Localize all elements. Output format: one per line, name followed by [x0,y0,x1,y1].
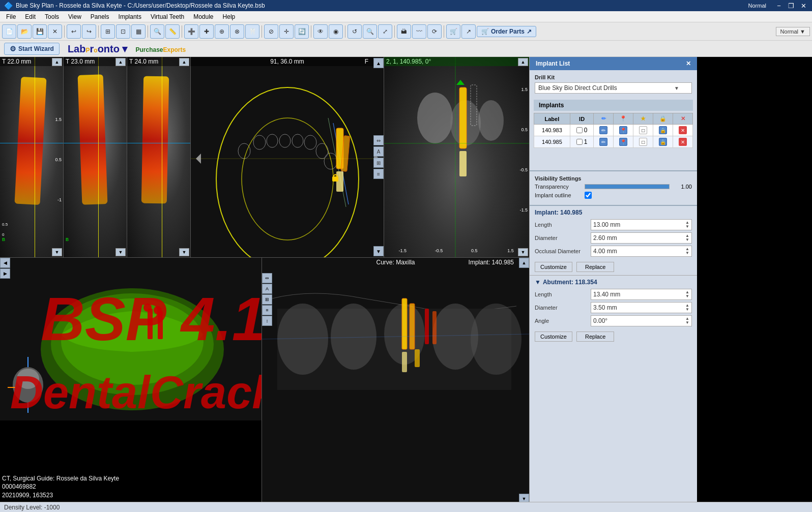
start-wizard-button[interactable]: ⚙ Start Wizard [4,43,60,55]
top-scroll-btn[interactable]: ▲ [373,58,384,68]
toolbar-arrow[interactable]: ↗ [461,24,476,39]
order-parts-button[interactable]: 🛒 Order Parts ↗ [477,26,536,37]
lock-2-btn[interactable]: 🔒 [659,138,667,146]
menu-help[interactable]: Help [219,12,240,21]
drill-kit-dropdown[interactable]: Blue Sky Bio Direct Cut Drills ▼ [535,82,692,94]
menu-tools[interactable]: Tools [41,12,63,21]
toolbar-slice[interactable]: ⊘ [264,24,278,39]
implant-2-edit[interactable]: ✏ [594,136,614,148]
pin-1-btn[interactable]: 📍 [619,126,627,134]
length-down[interactable]: ▼ [685,225,689,229]
toolbar-open[interactable]: 📂 [17,24,32,39]
view3-scroll-up[interactable]: ▲ [179,58,189,66]
implant-2-lock[interactable]: 🔒 [653,136,673,148]
menu-file[interactable]: File [2,12,20,21]
toolbar-layout3[interactable]: ▦ [131,24,146,39]
occlusal-spinners[interactable]: ▲ ▼ [685,247,689,255]
abutment-replace-button[interactable]: Replace [576,332,614,342]
implant-2-star[interactable]: □ [633,136,653,148]
implant-outline-checkbox[interactable] [585,192,592,199]
right-view-scroll-down[interactable]: ▼ [518,248,528,256]
abutment-diameter-input[interactable]: 3.50 mm ▲ ▼ [591,302,692,313]
toolbar-pan[interactable]: ✛ [279,24,294,39]
ct-view-3[interactable]: T 24.0 mm ▲ ▼ [127,57,191,257]
menu-edit[interactable]: Edit [21,12,40,21]
customize-button[interactable]: Customize [535,262,572,272]
lock-1-btn[interactable]: 🔒 [659,126,667,134]
abutment-length-input[interactable]: 13.40 mm ▲ ▼ [591,289,692,300]
view2-scroll-down[interactable]: ▼ [115,248,126,256]
toolbar-close[interactable]: ✕ [48,24,62,39]
br-icon-1[interactable]: ⇔ [262,273,272,283]
del-2-btn[interactable]: ✕ [679,138,687,146]
diameter-spinners[interactable]: ▲ ▼ [685,234,689,242]
view2-scroll-up[interactable]: ▲ [115,58,126,66]
abutment-angle-spinners[interactable]: ▲ ▼ [685,317,689,325]
ct-view-2[interactable]: T 23.0 mm B ▲ ▼ [64,57,127,257]
ct-view-bottom-left[interactable]: BSP 4.13.31 DentalCrack.net [0,258,262,512]
ct-view-1[interactable]: T 22.0 mm B 1.5 0.5 -1 0 0.5 ▲ ▼ [0,57,64,257]
replace-button[interactable]: Replace [576,262,614,272]
implant-2-pin[interactable]: 📍 [614,136,633,148]
menu-virtual-teeth[interactable]: Virtual Teeth [147,12,188,21]
right-view-scroll-up[interactable]: ▲ [518,58,528,66]
toolbar-new[interactable]: 📄 [2,24,16,39]
implant-1-check[interactable] [576,127,583,133]
ct-view-bottom-right[interactable]: Curve: Maxilla Implant: 140.985 ⇔ A ⊞ ≡ … [262,258,529,512]
length-spinners[interactable]: ▲ ▼ [685,221,689,229]
implant-1-del[interactable]: ✕ [673,125,693,136]
abt-len-down[interactable]: ▼ [685,294,689,298]
toolbar-save[interactable]: 💾 [33,24,47,39]
toolbar-measure[interactable]: 📏 [165,24,180,39]
abutment-collapse-header[interactable]: ▼ Abutment: 118.354 [535,279,692,286]
implant-1-pin[interactable]: 📍 [614,125,633,136]
toolbar-rotate[interactable]: 🔄 [295,24,309,39]
abt-diam-down[interactable]: ▼ [685,308,689,312]
bl-icon-1[interactable]: ◀ [0,258,10,268]
toolbar-view1[interactable]: 👁 [313,24,328,39]
toolbar-layout1[interactable]: ⊞ [101,24,115,39]
toolbar-mode3[interactable]: ⟳ [427,24,442,39]
toolbar-fit[interactable]: ⤢ [378,24,392,39]
lab-pronto-logo[interactable]: LabProonto ▾ [68,43,128,55]
toolbar-implant3[interactable]: ⊕ [215,24,229,39]
diameter-input[interactable]: 2.60 mm ▲ ▼ [591,232,692,244]
br-icon-5[interactable]: ↕ [262,316,272,326]
toolbar-redo[interactable]: ↪ [82,24,96,39]
toolbar-zoom[interactable]: 🔍 [150,24,164,39]
br-icon-4[interactable]: ≡ [262,305,272,315]
abutment-diameter-spinners[interactable]: ▲ ▼ [685,304,689,312]
length-input[interactable]: 13.00 mm ▲ ▼ [591,219,692,230]
br-top-btn[interactable]: ▲ [519,258,529,268]
implant-1-star[interactable]: □ [633,125,653,136]
center-view-nav[interactable]: ≡ [373,169,384,179]
implant-1-lock[interactable]: 🔒 [653,125,673,136]
menu-implants[interactable]: Implants [114,12,146,21]
br-icon-3[interactable]: ⊞ [262,294,272,305]
toolbar-implant1[interactable]: ➕ [184,24,198,39]
toolbar-reset[interactable]: ↺ [347,24,362,39]
edit-1-btn[interactable]: ✏ [599,126,607,134]
occlusal-input[interactable]: 4.00 mm ▲ ▼ [591,246,692,257]
abt-ang-down[interactable]: ▼ [685,321,689,325]
edit-2-btn[interactable]: ✏ [599,138,607,146]
toolbar-cart[interactable]: 🛒 [446,24,460,39]
toolbar-implant2[interactable]: ✚ [199,24,214,39]
purchase-exports-logo[interactable]: PurchaseExports [136,43,186,54]
menu-view[interactable]: View [64,12,85,21]
menu-panels[interactable]: Panels [86,12,113,21]
minimize-button[interactable]: − [774,2,784,10]
view1-scroll-down[interactable]: ▼ [52,248,62,256]
implant-1-edit[interactable]: ✏ [594,125,614,136]
view3-scroll-down[interactable]: ▼ [179,248,189,256]
abutment-angle-input[interactable]: 0.00° ▲ ▼ [591,315,692,326]
view1-scroll-up[interactable]: ▲ [52,58,62,66]
implant-2-del[interactable]: ✕ [673,136,693,148]
center-view-fit[interactable]: ⊞ [373,158,384,168]
br-icon-2[interactable]: A [262,284,272,294]
abutment-length-spinners[interactable]: ▲ ▼ [685,290,689,298]
toolbar-mode2[interactable]: 〰 [412,24,426,39]
toolbar-view2[interactable]: ◉ [329,24,343,39]
menu-module[interactable]: Module [189,12,217,21]
center-view-pan[interactable]: A [373,146,384,157]
